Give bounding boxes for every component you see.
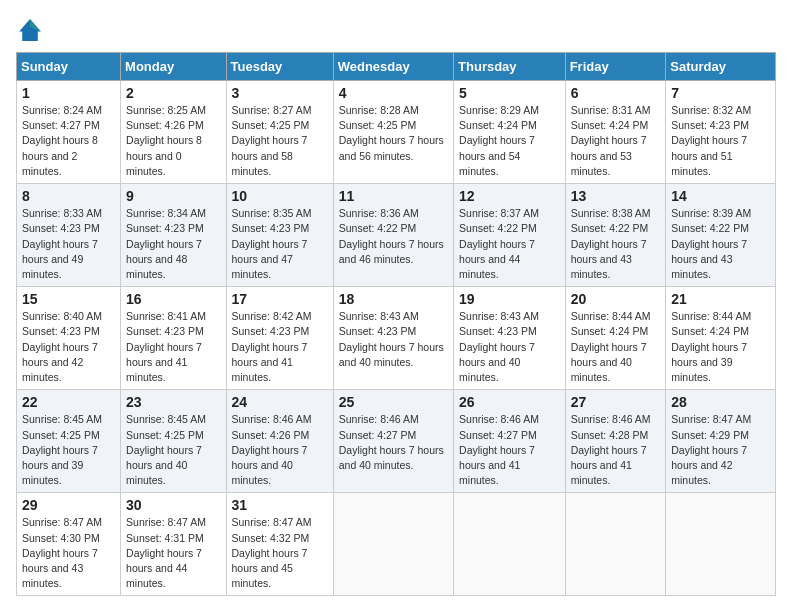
week-row-4: 22Sunrise: 8:45 AMSunset: 4:25 PMDayligh… <box>17 390 776 493</box>
calendar-cell: 22Sunrise: 8:45 AMSunset: 4:25 PMDayligh… <box>17 390 121 493</box>
calendar-cell <box>454 493 566 596</box>
day-info: Sunrise: 8:35 AMSunset: 4:23 PMDaylight … <box>232 206 328 282</box>
day-info: Sunrise: 8:46 AMSunset: 4:28 PMDaylight … <box>571 412 661 488</box>
page-header <box>16 16 776 44</box>
calendar-cell: 12Sunrise: 8:37 AMSunset: 4:22 PMDayligh… <box>454 184 566 287</box>
day-number: 11 <box>339 188 448 204</box>
calendar-cell <box>333 493 453 596</box>
calendar-table: SundayMondayTuesdayWednesdayThursdayFrid… <box>16 52 776 596</box>
calendar-cell: 24Sunrise: 8:46 AMSunset: 4:26 PMDayligh… <box>226 390 333 493</box>
calendar-cell: 27Sunrise: 8:46 AMSunset: 4:28 PMDayligh… <box>565 390 666 493</box>
calendar-cell: 11Sunrise: 8:36 AMSunset: 4:22 PMDayligh… <box>333 184 453 287</box>
col-header-saturday: Saturday <box>666 53 776 81</box>
day-info: Sunrise: 8:42 AMSunset: 4:23 PMDaylight … <box>232 309 328 385</box>
day-number: 18 <box>339 291 448 307</box>
day-info: Sunrise: 8:47 AMSunset: 4:32 PMDaylight … <box>232 515 328 591</box>
day-info: Sunrise: 8:44 AMSunset: 4:24 PMDaylight … <box>671 309 770 385</box>
calendar-cell: 23Sunrise: 8:45 AMSunset: 4:25 PMDayligh… <box>121 390 226 493</box>
day-info: Sunrise: 8:34 AMSunset: 4:23 PMDaylight … <box>126 206 220 282</box>
day-info: Sunrise: 8:37 AMSunset: 4:22 PMDaylight … <box>459 206 560 282</box>
day-number: 16 <box>126 291 220 307</box>
calendar-cell: 15Sunrise: 8:40 AMSunset: 4:23 PMDayligh… <box>17 287 121 390</box>
day-number: 12 <box>459 188 560 204</box>
calendar-cell: 3Sunrise: 8:27 AMSunset: 4:25 PMDaylight… <box>226 81 333 184</box>
calendar-cell: 20Sunrise: 8:44 AMSunset: 4:24 PMDayligh… <box>565 287 666 390</box>
day-info: Sunrise: 8:27 AMSunset: 4:25 PMDaylight … <box>232 103 328 179</box>
day-number: 24 <box>232 394 328 410</box>
day-info: Sunrise: 8:45 AMSunset: 4:25 PMDaylight … <box>126 412 220 488</box>
col-header-tuesday: Tuesday <box>226 53 333 81</box>
day-info: Sunrise: 8:46 AMSunset: 4:27 PMDaylight … <box>339 412 448 473</box>
calendar-cell: 17Sunrise: 8:42 AMSunset: 4:23 PMDayligh… <box>226 287 333 390</box>
day-number: 23 <box>126 394 220 410</box>
day-number: 22 <box>22 394 115 410</box>
day-info: Sunrise: 8:39 AMSunset: 4:22 PMDaylight … <box>671 206 770 282</box>
day-number: 15 <box>22 291 115 307</box>
day-number: 2 <box>126 85 220 101</box>
day-info: Sunrise: 8:40 AMSunset: 4:23 PMDaylight … <box>22 309 115 385</box>
calendar-cell: 28Sunrise: 8:47 AMSunset: 4:29 PMDayligh… <box>666 390 776 493</box>
day-number: 28 <box>671 394 770 410</box>
day-info: Sunrise: 8:28 AMSunset: 4:25 PMDaylight … <box>339 103 448 164</box>
day-number: 17 <box>232 291 328 307</box>
col-header-wednesday: Wednesday <box>333 53 453 81</box>
day-info: Sunrise: 8:47 AMSunset: 4:29 PMDaylight … <box>671 412 770 488</box>
col-header-thursday: Thursday <box>454 53 566 81</box>
calendar-cell: 10Sunrise: 8:35 AMSunset: 4:23 PMDayligh… <box>226 184 333 287</box>
day-info: Sunrise: 8:38 AMSunset: 4:22 PMDaylight … <box>571 206 661 282</box>
day-info: Sunrise: 8:44 AMSunset: 4:24 PMDaylight … <box>571 309 661 385</box>
day-info: Sunrise: 8:45 AMSunset: 4:25 PMDaylight … <box>22 412 115 488</box>
day-number: 21 <box>671 291 770 307</box>
day-number: 29 <box>22 497 115 513</box>
day-number: 3 <box>232 85 328 101</box>
day-number: 7 <box>671 85 770 101</box>
calendar-cell: 13Sunrise: 8:38 AMSunset: 4:22 PMDayligh… <box>565 184 666 287</box>
week-row-1: 1Sunrise: 8:24 AMSunset: 4:27 PMDaylight… <box>17 81 776 184</box>
day-number: 19 <box>459 291 560 307</box>
day-number: 13 <box>571 188 661 204</box>
logo <box>16 16 48 44</box>
calendar-cell <box>666 493 776 596</box>
day-info: Sunrise: 8:43 AMSunset: 4:23 PMDaylight … <box>339 309 448 370</box>
day-number: 14 <box>671 188 770 204</box>
week-row-2: 8Sunrise: 8:33 AMSunset: 4:23 PMDaylight… <box>17 184 776 287</box>
day-info: Sunrise: 8:24 AMSunset: 4:27 PMDaylight … <box>22 103 115 179</box>
day-info: Sunrise: 8:46 AMSunset: 4:27 PMDaylight … <box>459 412 560 488</box>
day-info: Sunrise: 8:36 AMSunset: 4:22 PMDaylight … <box>339 206 448 267</box>
calendar-cell: 9Sunrise: 8:34 AMSunset: 4:23 PMDaylight… <box>121 184 226 287</box>
day-info: Sunrise: 8:31 AMSunset: 4:24 PMDaylight … <box>571 103 661 179</box>
calendar-cell: 2Sunrise: 8:25 AMSunset: 4:26 PMDaylight… <box>121 81 226 184</box>
calendar-cell: 30Sunrise: 8:47 AMSunset: 4:31 PMDayligh… <box>121 493 226 596</box>
day-info: Sunrise: 8:47 AMSunset: 4:31 PMDaylight … <box>126 515 220 591</box>
calendar-header-row: SundayMondayTuesdayWednesdayThursdayFrid… <box>17 53 776 81</box>
day-info: Sunrise: 8:25 AMSunset: 4:26 PMDaylight … <box>126 103 220 179</box>
day-number: 27 <box>571 394 661 410</box>
week-row-3: 15Sunrise: 8:40 AMSunset: 4:23 PMDayligh… <box>17 287 776 390</box>
logo-icon <box>16 16 44 44</box>
day-number: 1 <box>22 85 115 101</box>
calendar-cell: 6Sunrise: 8:31 AMSunset: 4:24 PMDaylight… <box>565 81 666 184</box>
calendar-cell: 14Sunrise: 8:39 AMSunset: 4:22 PMDayligh… <box>666 184 776 287</box>
day-number: 30 <box>126 497 220 513</box>
day-number: 8 <box>22 188 115 204</box>
day-info: Sunrise: 8:46 AMSunset: 4:26 PMDaylight … <box>232 412 328 488</box>
calendar-cell: 29Sunrise: 8:47 AMSunset: 4:30 PMDayligh… <box>17 493 121 596</box>
day-info: Sunrise: 8:33 AMSunset: 4:23 PMDaylight … <box>22 206 115 282</box>
day-number: 25 <box>339 394 448 410</box>
col-header-monday: Monday <box>121 53 226 81</box>
calendar-cell: 18Sunrise: 8:43 AMSunset: 4:23 PMDayligh… <box>333 287 453 390</box>
day-info: Sunrise: 8:47 AMSunset: 4:30 PMDaylight … <box>22 515 115 591</box>
week-row-5: 29Sunrise: 8:47 AMSunset: 4:30 PMDayligh… <box>17 493 776 596</box>
calendar-cell: 21Sunrise: 8:44 AMSunset: 4:24 PMDayligh… <box>666 287 776 390</box>
day-number: 26 <box>459 394 560 410</box>
day-info: Sunrise: 8:29 AMSunset: 4:24 PMDaylight … <box>459 103 560 179</box>
day-number: 20 <box>571 291 661 307</box>
calendar-cell <box>565 493 666 596</box>
calendar-cell: 26Sunrise: 8:46 AMSunset: 4:27 PMDayligh… <box>454 390 566 493</box>
calendar-cell: 19Sunrise: 8:43 AMSunset: 4:23 PMDayligh… <box>454 287 566 390</box>
calendar-cell: 31Sunrise: 8:47 AMSunset: 4:32 PMDayligh… <box>226 493 333 596</box>
calendar-cell: 5Sunrise: 8:29 AMSunset: 4:24 PMDaylight… <box>454 81 566 184</box>
calendar-cell: 8Sunrise: 8:33 AMSunset: 4:23 PMDaylight… <box>17 184 121 287</box>
calendar-cell: 7Sunrise: 8:32 AMSunset: 4:23 PMDaylight… <box>666 81 776 184</box>
day-number: 10 <box>232 188 328 204</box>
